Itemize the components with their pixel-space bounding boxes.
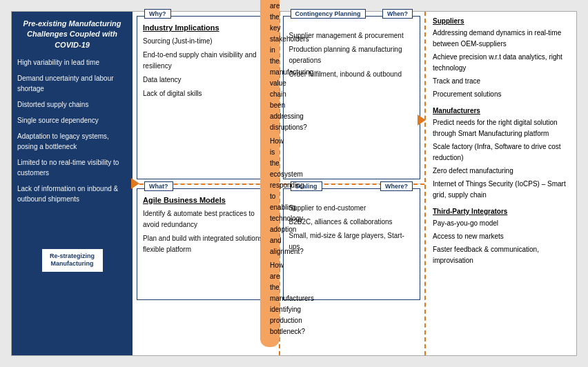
scaling-item: B2B2C, alliances & collaborations: [289, 217, 415, 228]
right-section-list: Pay-as-you-go modelAccess to new markets…: [433, 218, 569, 266]
main-container: Pre-existing Manufacturing Challenges Co…: [11, 11, 577, 356]
right-section-list: Predict needs for the right digital solu…: [433, 117, 569, 201]
right-section-item: Internet of Things Security (IoCPS) – Sm…: [433, 179, 569, 201]
left-panel: Pre-existing Manufacturing Challenges Co…: [12, 12, 133, 355]
right-section-item: Access to new markets: [433, 231, 569, 242]
industry-item: Data latency: [143, 75, 268, 86]
agile-item: Plan and build with integrated solutions…: [143, 233, 268, 255]
industry-item: End-to-end supply chain visibility and r…: [143, 50, 268, 72]
center-panel: Why? Industry Implications Sourcing (Jus…: [133, 12, 424, 355]
when-label: When?: [382, 9, 413, 19]
arrow-right-side-icon: [418, 115, 426, 126]
arrow-right-icon: [131, 178, 139, 189]
right-section-item: Procurement solutions: [433, 89, 569, 100]
what-label: What?: [144, 181, 173, 191]
agile-items: Identify & automate best practices to av…: [143, 208, 268, 255]
why-label: Why?: [144, 9, 171, 19]
industry-title: Industry Implications: [143, 23, 268, 32]
right-section-item: Track and trace: [433, 76, 569, 87]
left-panel-item: Single source dependency: [17, 115, 127, 126]
right-section-title: Manufacturers: [433, 107, 569, 115]
left-panel-item: Lack of information on inbound & outboun…: [17, 184, 127, 204]
right-section-item: Pay-as-you-go model: [433, 218, 569, 229]
re-strategizing-box: Re-strategizing Manufacturing: [41, 248, 104, 272]
right-section: Third-Party IntegratorsPay-as-you-go mod…: [433, 208, 569, 266]
quadrant-industry: Why? Industry Implications Sourcing (Jus…: [137, 16, 275, 179]
left-panel-item: Limited to no real-time visibility to cu…: [17, 157, 127, 178]
scaling-items: Supplier to end-customerB2B2C, alliances…: [289, 203, 415, 252]
quadrant-agile: What? Agile Business Models Identify & a…: [137, 188, 275, 301]
contingency-item: Production planning & manufacturing oper…: [289, 44, 415, 66]
where-label: Where?: [380, 181, 413, 191]
agile-item: Identify & automate best practices to av…: [143, 208, 268, 230]
industry-item: Lack of digital skills: [143, 88, 268, 99]
quadrant-scaling: Scaling Where? Supplier to end-customerB…: [283, 188, 421, 301]
left-panel-items: High variability in lead timeDemand unce…: [17, 57, 127, 210]
scaling-item: Supplier to end-customer: [289, 203, 415, 214]
left-panel-title: Pre-existing Manufacturing Challenges Co…: [17, 19, 127, 50]
right-section: ManufacturersPredict needs for the right…: [433, 107, 569, 201]
right-section-item: Scale factory (Infra, Software to drive …: [433, 141, 569, 163]
right-section-item: Achieve precision w.r.t data analytics, …: [433, 52, 569, 74]
left-panel-item: Distorted supply chains: [17, 99, 127, 110]
right-section-title: Third-Party Integrators: [433, 208, 569, 215]
right-section-item: Addressing demand dynamics in real-time …: [433, 28, 569, 50]
industry-item: Sourcing (Just-in-time): [143, 36, 268, 47]
agile-title: Agile Business Models: [143, 196, 268, 204]
left-panel-item: Demand uncertainty and labour shortage: [17, 73, 127, 94]
right-section-item: Predict needs for the right digital solu…: [433, 117, 569, 139]
cta-box: Addressable Call Point How are the key s…: [260, 0, 280, 347]
industry-items: Sourcing (Just-in-time)End-to-end supply…: [143, 36, 268, 99]
left-panel-item: Adaptation to legacy systems, posing a b…: [17, 131, 127, 152]
contingency-title-label: Contingency Planning: [291, 9, 366, 19]
right-section: SuppliersAddressing demand dynamics in r…: [433, 17, 569, 100]
right-section-title: Suppliers: [433, 17, 569, 25]
right-section-item: Faster feedback & communication, improvi…: [433, 244, 569, 266]
scaling-item: Small, mid-size & large players, Start-u…: [289, 230, 415, 252]
right-panel: SuppliersAddressing demand dynamics in r…: [424, 12, 576, 355]
right-section-item: Zero defect manufacturing: [433, 166, 569, 177]
left-panel-item: High variability in lead time: [17, 57, 127, 68]
right-section-list: Addressing demand dynamics in real-time …: [433, 28, 569, 100]
